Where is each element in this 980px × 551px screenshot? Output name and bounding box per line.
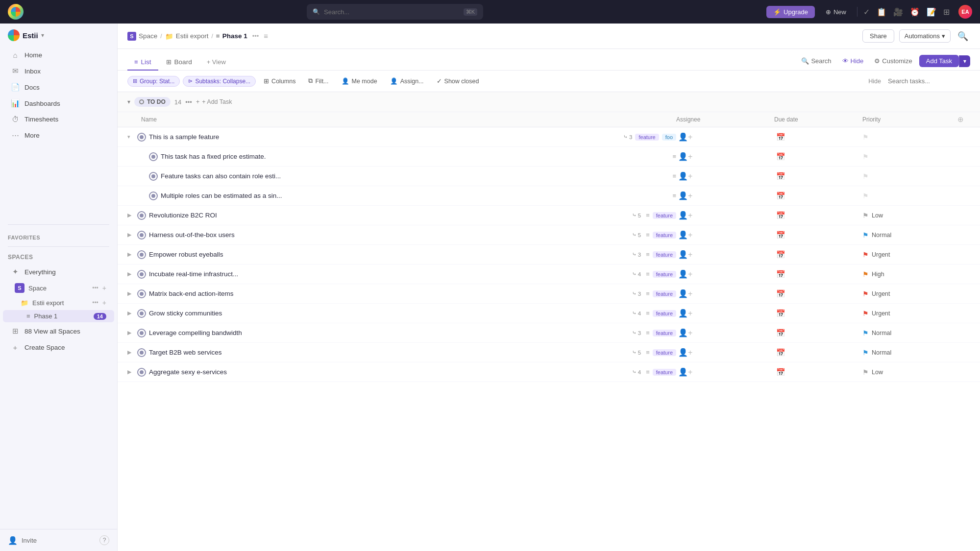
- breadcrumb-space[interactable]: S Space: [127, 32, 157, 41]
- group-add-task-button[interactable]: + + Add Task: [196, 98, 232, 105]
- table-row[interactable]: ▶ Grow sticky communities ⤷ 4 ≡ feature …: [118, 304, 980, 323]
- notepad-icon[interactable]: 📝: [927, 7, 936, 17]
- table-row[interactable]: This task has a fixed price estimate. ≡ …: [118, 147, 980, 167]
- assign-task-button[interactable]: 👤+: [676, 209, 694, 222]
- estii-add-icon[interactable]: +: [102, 299, 106, 307]
- breadcrumb-more-icon[interactable]: •••: [252, 32, 259, 40]
- assign-task-button[interactable]: 👤+: [676, 150, 694, 163]
- sidebar-item-view-all-spaces[interactable]: ⊞ 88 View all Spaces: [3, 323, 114, 339]
- header-search-button[interactable]: 🔍: [956, 29, 970, 44]
- expand-icon[interactable]: ▶: [127, 212, 134, 218]
- set-date-button[interactable]: 📅: [774, 131, 787, 144]
- sidebar-item-docs[interactable]: 📄 Docs: [3, 79, 114, 95]
- workspace-header[interactable]: Estii ▾: [0, 24, 117, 47]
- expand-icon[interactable]: ▶: [127, 271, 134, 277]
- sidebar-item-space[interactable]: S Space ••• +: [3, 281, 114, 295]
- sidebar-item-dashboards[interactable]: 📊 Dashboards: [3, 96, 114, 111]
- group-more-icon[interactable]: •••: [185, 98, 192, 106]
- assign-task-button[interactable]: 👤+: [676, 248, 694, 261]
- new-button[interactable]: ⊕ New: [821, 6, 851, 18]
- assign-task-button[interactable]: 👤+: [676, 169, 694, 183]
- group-toggle-icon[interactable]: ▾: [127, 98, 130, 105]
- app-logo[interactable]: [8, 4, 24, 20]
- tab-add-view[interactable]: + View: [200, 54, 233, 71]
- hide-view-button[interactable]: 👁 Hide: [838, 55, 868, 67]
- breadcrumb-export[interactable]: 📁 Estii export: [165, 32, 209, 40]
- tab-list[interactable]: ≡ List: [127, 54, 158, 71]
- search-view-button[interactable]: 🔍 Search: [797, 55, 835, 67]
- set-date-button[interactable]: 📅: [774, 229, 787, 241]
- automations-button[interactable]: Automations ▾: [899, 29, 951, 43]
- search-input[interactable]: [324, 8, 460, 16]
- set-date-button[interactable]: 📅: [774, 346, 787, 359]
- expand-icon[interactable]: ▶: [127, 369, 134, 375]
- sidebar-item-timesheets[interactable]: ⏱ Timesheets: [3, 112, 114, 127]
- document-icon[interactable]: 📋: [877, 7, 886, 17]
- expand-icon[interactable]: ▶: [127, 310, 134, 316]
- expand-icon[interactable]: ▶: [127, 349, 134, 356]
- hide-filter-button[interactable]: Hide: [864, 76, 885, 86]
- task-search-input[interactable]: [888, 77, 970, 85]
- sidebar-item-estii-export[interactable]: 📁 Estii export ••• +: [3, 296, 114, 309]
- space-add-icon[interactable]: +: [102, 284, 106, 292]
- help-icon[interactable]: ?: [99, 535, 109, 545]
- set-date-button[interactable]: 📅: [774, 287, 787, 300]
- sidebar-item-inbox[interactable]: ✉ Inbox: [3, 63, 114, 79]
- assign-task-button[interactable]: 👤+: [676, 130, 694, 144]
- expand-icon[interactable]: ▶: [127, 330, 134, 336]
- subtasks-filter-chip[interactable]: ⊳ Subtasks: Collapse...: [183, 76, 256, 87]
- expand-icon[interactable]: ▾: [127, 134, 134, 140]
- expand-icon[interactable]: ▶: [127, 251, 134, 258]
- set-date-button[interactable]: 📅: [774, 209, 787, 222]
- assign-task-button[interactable]: 👤+: [676, 267, 694, 281]
- table-row[interactable]: ▾ This is a sample feature ⤷ 3 feature f…: [118, 127, 980, 147]
- assign-task-button[interactable]: 👤+: [676, 307, 694, 320]
- table-row[interactable]: ▶ Empower robust eyeballs ⤷ 3 ≡ feature …: [118, 245, 980, 264]
- show-closed-button[interactable]: ✓ Show closed: [432, 76, 484, 86]
- table-row[interactable]: Multiple roles can be estimated as a sin…: [118, 186, 980, 206]
- assign-task-button[interactable]: 👤+: [676, 346, 694, 359]
- sidebar-item-create-space[interactable]: + Create Space: [3, 340, 114, 355]
- col-add-button[interactable]: ⊕: [951, 115, 970, 124]
- sidebar-footer-invite[interactable]: 👤 Invite ?: [0, 529, 117, 551]
- breadcrumb-current[interactable]: ≡ Phase 1: [216, 32, 247, 40]
- filter-button[interactable]: ⧉ Filt...: [303, 76, 333, 86]
- set-date-button[interactable]: 📅: [774, 190, 787, 202]
- table-row[interactable]: ▶ Incubate real-time infrastruct... ⤷ 4 …: [118, 264, 980, 284]
- table-row[interactable]: ▶ Target B2B web services ⤷ 5 ≡ feature …: [118, 343, 980, 362]
- table-row[interactable]: ▶ Harness out-of-the-box users ⤷ 5 ≡ fea…: [118, 225, 980, 245]
- sidebar-item-more[interactable]: ⋯ More: [3, 127, 114, 143]
- table-row[interactable]: Feature tasks can also contain role esti…: [118, 167, 980, 186]
- alarm-icon[interactable]: ⏰: [910, 7, 920, 17]
- tab-board[interactable]: ⊞ Board: [159, 54, 199, 71]
- video-icon[interactable]: 🎥: [893, 7, 903, 17]
- checkmark-icon[interactable]: ✓: [863, 7, 870, 17]
- set-date-button[interactable]: 📅: [774, 268, 787, 281]
- share-button[interactable]: Share: [862, 29, 894, 43]
- expand-icon[interactable]: ▶: [127, 290, 134, 297]
- assign-task-button[interactable]: 👤+: [676, 228, 694, 241]
- estii-more-icon[interactable]: •••: [92, 299, 98, 306]
- group-filter-chip[interactable]: ⊞ Group: Stat...: [127, 76, 180, 87]
- assign-task-button[interactable]: 👤+: [676, 365, 694, 379]
- set-date-button[interactable]: 📅: [774, 327, 787, 339]
- expand-icon[interactable]: ▶: [127, 232, 134, 238]
- grid-icon[interactable]: ⊞: [943, 7, 950, 17]
- set-date-button[interactable]: 📅: [774, 150, 787, 163]
- space-more-icon[interactable]: •••: [92, 285, 98, 291]
- assign-task-button[interactable]: 👤+: [676, 189, 694, 202]
- set-date-button[interactable]: 📅: [774, 366, 787, 379]
- customize-view-button[interactable]: ⚙ Customize: [870, 55, 916, 67]
- sidebar-item-phase1[interactable]: ≡ Phase 1 14: [3, 310, 114, 322]
- assign-task-button[interactable]: 👤+: [676, 287, 694, 300]
- assign-task-button[interactable]: 👤+: [676, 326, 694, 339]
- set-date-button[interactable]: 📅: [774, 248, 787, 261]
- columns-filter-button[interactable]: ⊞ Columns: [259, 76, 300, 86]
- breadcrumb-filter-icon[interactable]: ≡: [264, 32, 268, 40]
- sidebar-item-home[interactable]: ⌂ Home: [3, 48, 114, 63]
- set-date-button[interactable]: 📅: [774, 170, 787, 183]
- user-avatar[interactable]: EA: [958, 5, 972, 19]
- me-mode-button[interactable]: 👤 Me mode: [337, 76, 382, 86]
- assign-button[interactable]: 👤 Assign...: [385, 76, 429, 86]
- add-task-button[interactable]: Add Task: [919, 55, 959, 67]
